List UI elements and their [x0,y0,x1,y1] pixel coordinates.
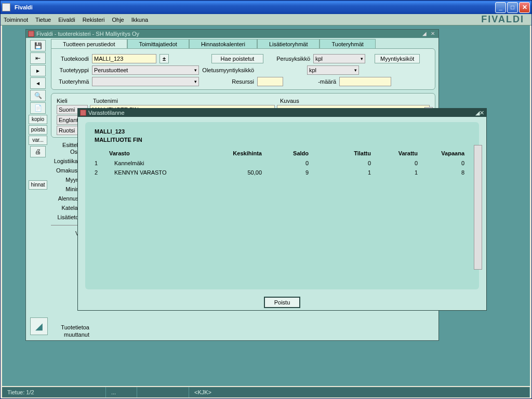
tuotekoodi-input[interactable] [92,54,156,63]
search-icon[interactable]: 🔍 [30,90,46,101]
stock-iconify-icon[interactable]: ◢ [475,110,480,116]
app-logo-icon: ◢ [30,317,48,335]
tab-hinnastokalenteri[interactable]: Hinnastokalenteri [189,39,257,49]
tab-toimittajatiedot[interactable]: Toimittajatiedot [127,39,189,49]
save-icon[interactable]: 💾 [30,40,46,51]
brand-logo: FIVALDI [481,14,524,25]
tab-perustiedot[interactable]: Tuotteen perustiedot [51,39,127,49]
col-saldo: Saldo [267,150,314,156]
prev2-icon[interactable]: ◂ [30,77,46,89]
tuotetyyppi-select[interactable]: Perustuotteet [92,65,199,75]
col-tilattu: Tilattu [314,150,376,156]
col-varattu: Varattu [376,150,423,156]
product-window-titlebar: Fivaldi - tuoterekisteri - SH Malliyrity… [26,30,438,38]
close-button[interactable]: ✕ [519,2,530,13]
col-keskihinta: Keskihinta [220,150,267,156]
label-oletusmyyntiyksikko: Oletusmyyntiyksikkö [202,67,254,73]
java-icon [80,110,86,116]
label-tuoteryhma: Tuoteryhmä [59,78,89,85]
hinnat-button[interactable]: hinnat [29,180,47,190]
label-tuotekoodi: Tuotekoodi [59,56,89,62]
myyntiyksikot-button[interactable]: Myyntiyksiköt [375,54,420,63]
minimize-button[interactable]: _ [495,2,506,13]
stock-close-icon[interactable]: ✕ [480,110,484,116]
menubar: Toiminnot Tietue Eivaldi Rekisteri Ohje … [1,14,531,25]
label-tuotetyyppi: Tuotetyyppi [59,67,89,73]
java-icon [28,31,34,37]
stock-dialog: Varastotilanne ◢ ✕ MALLI_123 MALLITUOTE … [77,108,487,311]
table-row[interactable]: 1 Kannelmäki 0 0 0 0 [95,158,470,168]
menu-ikkuna[interactable]: Ikkuna [131,17,148,23]
product-window-title: Fivaldi - tuoterekisteri - SH Malliyrity… [36,31,420,37]
stock-titlebar: Varastotilanne ◢ ✕ [78,109,486,117]
menu-rekisteri[interactable]: Rekisteri [83,17,105,23]
table-row[interactable]: 2 KENNYN VARASTO 50,00 9 1 1 8 [95,168,470,177]
status-user: <KJK> [189,387,530,397]
menu-ohje[interactable]: Ohje [112,17,124,23]
status-cell-2: ... [106,387,137,397]
label-maara: -määrä [286,78,336,85]
col-varasto: Varasto [109,150,220,156]
perusyksikko-select[interactable]: kpl [313,54,365,63]
col-vapaana: Vapaana [423,150,470,156]
copy-button[interactable]: kopio [29,115,47,124]
menu-tietue[interactable]: Tietue [35,17,51,23]
stock-scrollbar[interactable] [474,145,482,270]
iconify-icon[interactable]: ◢ [421,31,428,37]
var-button[interactable]: var... [29,136,47,145]
hae-poistetut-button[interactable]: Hae poistetut [211,54,263,63]
stock-title: Varastotilanne [86,110,475,116]
app-titlebar: Fivaldi _ □ ✕ [1,1,531,14]
stock-prod-code: MALLI_123 [95,128,470,135]
new-icon[interactable]: 📄 [30,102,46,114]
oletusmyyntiyksikko-select[interactable]: kpl [307,65,359,75]
tabs: Tuotteen perustiedot Toimittajatiedot Hi… [51,39,376,49]
tuoteryhma-select[interactable] [92,77,199,86]
menu-toiminnot[interactable]: Toiminnot [4,17,28,23]
label-perusyksikko: Perusyksikkö [267,56,310,62]
stock-prod-name: MALLITUOTE FIN [95,137,470,143]
product-info-panel: Tuotekoodi ± Hae poistetut Perusyksikkö … [51,48,435,90]
bottom-info: Tuotetietoa muuttanut [58,324,89,338]
col-kieli: Kieli [57,98,93,104]
tab-lisatietoryhmat[interactable]: Lisätietoryhmät [257,39,320,49]
app-title: Fivaldi [12,4,495,10]
delete-button[interactable]: poista [29,125,47,135]
menu-fivaldi[interactable]: Eivaldi [58,17,75,23]
col-tuotenimi: Tuotenimi [93,98,280,104]
statusbar: Tietue: 1/2 ... <KJK> [2,387,530,397]
poistu-button[interactable]: Poistu [264,297,301,308]
tab-tuoteryhmat[interactable]: Tuoteryhmät [320,39,375,49]
maximize-button[interactable]: □ [507,2,518,13]
left-toolbar: 💾 ⇤ ▸ ◂ 🔍 📄 kopio poista var... 🖨 hinnat [28,40,48,190]
app-icon [2,3,10,11]
maara-input[interactable] [339,77,391,86]
status-record: Tietue: 1/2 [2,387,106,397]
prev-icon[interactable]: ⇤ [30,52,46,64]
col-kuvaus: Kuvaus [280,98,299,104]
status-cell-3 [137,387,189,397]
internal-close-icon[interactable]: ✕ [429,31,436,37]
print-icon[interactable]: 🖨 [30,146,46,157]
resurssi-input[interactable] [257,77,283,86]
stock-panel: MALLI_123 MALLITUOTE FIN Varasto Keskihi… [85,122,479,289]
label-resurssi: Resurssi [202,78,254,85]
dropdown-icon[interactable]: ± [159,54,169,63]
next-icon[interactable]: ▸ [30,65,46,76]
stock-table: Varasto Keskihinta Saldo Tilattu Varattu… [95,148,470,177]
